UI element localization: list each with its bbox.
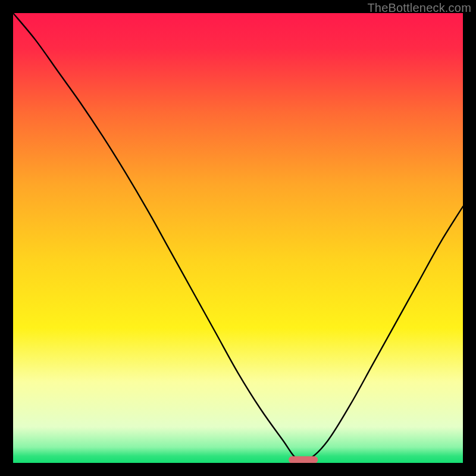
plot-area [13,13,463,463]
optimum-marker [289,456,318,463]
watermark-text: TheBottleneck.com [367,1,471,15]
plot-svg [13,13,463,463]
gradient-background [13,13,463,463]
chart-frame: TheBottleneck.com [0,0,476,476]
